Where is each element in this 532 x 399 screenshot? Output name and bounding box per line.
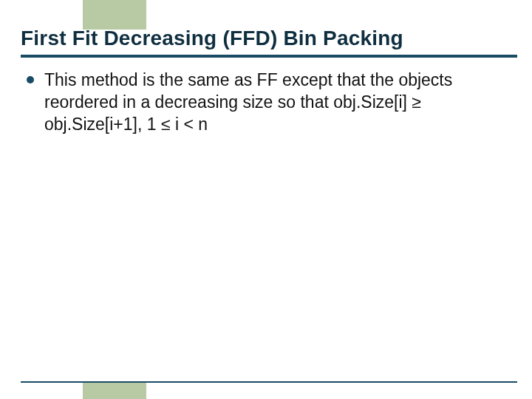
bullet-text: This method is the same as FF except tha… (44, 69, 511, 136)
slide: First Fit Decreasing (FFD) Bin Packing T… (0, 0, 532, 399)
top-accent-block (83, 0, 146, 30)
list-item: This method is the same as FF except tha… (27, 69, 511, 136)
slide-title: First Fit Decreasing (FFD) Bin Packing (21, 27, 517, 50)
body-area: This method is the same as FF except tha… (27, 69, 511, 136)
bullet-icon (27, 76, 34, 83)
title-area: First Fit Decreasing (FFD) Bin Packing (21, 27, 517, 58)
bottom-accent-block (83, 383, 146, 399)
title-underline (21, 55, 517, 58)
